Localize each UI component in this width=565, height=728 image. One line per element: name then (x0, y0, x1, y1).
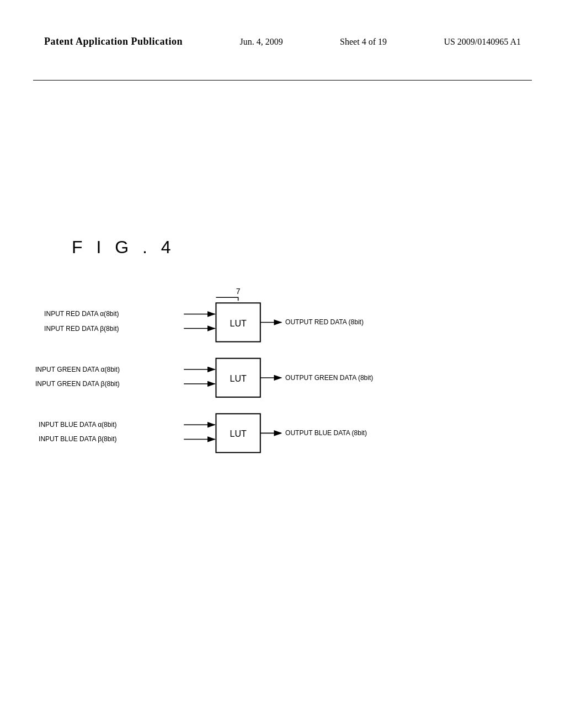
publication-date: Jun. 4, 2009 (239, 37, 282, 47)
figure-label: F I G . 4 (72, 237, 175, 258)
input-green-alpha-label: INPUT GREEN DATA α(8bit) (35, 366, 120, 373)
output-blue-label: OUTPUT BLUE DATA (8bit) (285, 429, 367, 437)
ref-number: 7 (236, 287, 241, 296)
input-green-beta-label: INPUT GREEN DATA β(8bit) (35, 380, 120, 388)
input-red-beta-label: INPUT RED DATA β(8bit) (44, 325, 119, 333)
header-divider (33, 80, 532, 81)
circuit-diagram: 7 LUT LUT LUT INPUT RED DATA α(8bit) INP… (33, 270, 532, 502)
input-blue-beta-label: INPUT BLUE DATA β(8bit) (39, 435, 117, 443)
output-red-label: OUTPUT RED DATA (8bit) (285, 319, 364, 326)
input-red-alpha-label: INPUT RED DATA α(8bit) (44, 310, 119, 318)
diagram-svg: 7 LUT LUT LUT INPUT RED DATA α(8bit) INP… (33, 270, 532, 502)
output-green-label: OUTPUT GREEN DATA (8bit) (285, 374, 373, 382)
lut-blue-label: LUT (230, 429, 247, 438)
lut-red-label: LUT (230, 318, 247, 328)
page-header: Patent Application Publication Jun. 4, 2… (0, 36, 565, 47)
input-blue-alpha-label: INPUT BLUE DATA α(8bit) (39, 421, 117, 429)
lut-green-label: LUT (230, 373, 247, 383)
sheet-info: Sheet 4 of 19 (340, 37, 387, 47)
patent-number: US 2009/0140965 A1 (444, 37, 521, 47)
publication-title: Patent Application Publication (44, 36, 183, 47)
